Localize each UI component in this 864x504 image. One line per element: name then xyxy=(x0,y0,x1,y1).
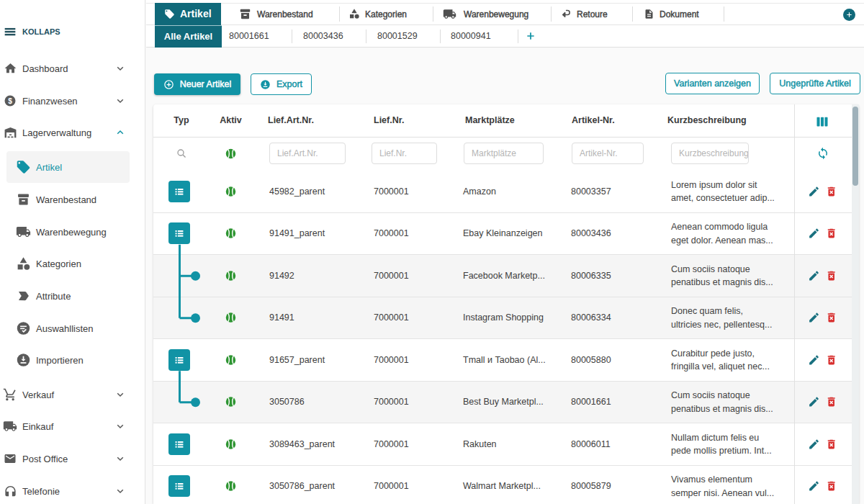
svg-text:$: $ xyxy=(8,96,12,104)
